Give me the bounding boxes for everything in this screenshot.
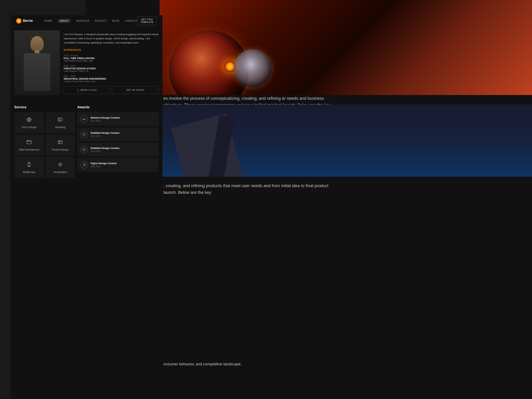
award-info-1: Behance Design Contest 2017-2016 — [91, 116, 120, 122]
service-product[interactable]: Product Design — [45, 135, 75, 156]
svg-point-24 — [83, 148, 86, 151]
award-year-4: 2022-2021 — [91, 165, 117, 168]
main-card: B Berrie HOME ABOUT SERVICES PROJECT BLO… — [10, 15, 162, 399]
get-in-touch-button[interactable]: GET IN TOUCH — [112, 86, 159, 94]
visualization-label: visualization — [54, 171, 67, 173]
service-branding[interactable]: Branding — [45, 112, 75, 133]
exp-year-1: 2022 – Present — [64, 54, 159, 57]
product-icon — [57, 139, 63, 146]
service-webdev[interactable]: Web Development — [14, 135, 44, 156]
award-item-4: Figma Design Contest 2022-2021 — [77, 158, 159, 171]
award-info-4: Figma Design Contest 2022-2021 — [91, 162, 117, 168]
svg-rect-10 — [58, 141, 62, 144]
award-info-3: Dribbble Design Contest 2022-2023 — [91, 147, 120, 152]
product-label: Product Design — [52, 148, 69, 151]
nav-contact[interactable]: CONTACT — [125, 19, 137, 22]
nav-blog[interactable]: BLOG — [112, 19, 120, 22]
exp-role-1: Copr Design Studio, Milan, Italy — [64, 60, 159, 62]
award-year-2: 2017-2016 — [91, 135, 120, 137]
award-name-2: Dribbble Design Contest — [91, 132, 120, 134]
lower-section: Service UI/UX Design — [10, 101, 162, 182]
logo-icon: B — [16, 18, 21, 24]
exp-company-2: CREATIVE DESIGN STUDIO — [64, 67, 159, 70]
svg-point-18 — [60, 164, 61, 165]
svg-point-23 — [83, 133, 86, 136]
figma-logo — [80, 161, 88, 169]
webdev-label: Web Development — [19, 148, 39, 151]
award-year-3: 2022-2023 — [91, 150, 120, 152]
exp-company-3: INDUSTRIAL DESIGN ENGINEERING — [64, 77, 159, 80]
experience-title: EXPERIENCE — [64, 49, 159, 51]
bio-text: I am Cris Rayaan, a Designer passionate … — [64, 32, 159, 45]
get-template-button[interactable]: GET THIS TEMPLATE — [137, 17, 157, 25]
book-call-button[interactable]: 📞 BOOK A CALL — [64, 86, 110, 94]
dribbble-logo-2 — [80, 146, 88, 153]
award-item-2: Dribbble Design Contest 2017-2016 — [77, 127, 159, 141]
exp-role-3: Creative Project Head, Milan, Italy — [64, 80, 159, 82]
svg-point-16 — [29, 166, 29, 166]
branding-label: Branding — [55, 126, 65, 129]
svg-rect-6 — [27, 140, 31, 144]
architecture-image — [160, 104, 532, 177]
exp-year-2: 2022 – 2023 — [64, 65, 159, 67]
exp-item-1: 2022 – Present FULL TIME FREELANCING Cop… — [64, 54, 159, 62]
award-name-3: Dribbble Design Contest — [91, 147, 120, 150]
exp-company-1: FULL TIME FREELANCING — [64, 57, 159, 60]
award-name-4: Figma Design Contest — [91, 162, 117, 165]
branding-icon — [57, 117, 63, 124]
svg-point-9 — [28, 141, 29, 141]
award-info-2: Dribbble Design Contest 2017-2016 — [91, 132, 120, 137]
visualization-icon — [57, 162, 63, 168]
right-panel-text-2: , creating, and refining products that m… — [160, 179, 342, 200]
cosmic-image — [160, 0, 532, 95]
svg-rect-13 — [28, 162, 30, 167]
uiux-icon — [26, 117, 32, 124]
nav-about[interactable]: ABOUT — [57, 19, 71, 23]
mobile-icon — [26, 162, 32, 168]
award-item-1: Bē Behance Design Contest 2017-2016 — [77, 112, 159, 126]
behance-logo: Bē — [80, 115, 88, 123]
exp-item-2: 2022 – 2023 CREATIVE DESIGN STUDIO Lead … — [64, 65, 159, 72]
nav-project[interactable]: PROJECT — [95, 19, 107, 22]
nav-services[interactable]: SERVICES — [76, 19, 89, 22]
services-panel: Service UI/UX Design — [14, 105, 75, 178]
person-body — [24, 53, 50, 91]
profile-photo — [14, 30, 60, 95]
award-year-1: 2017-2016 — [91, 120, 120, 122]
about-content: I am Cris Rayaan, a Designer passionate … — [64, 30, 159, 96]
nav-home[interactable]: HOME — [44, 19, 52, 22]
exp-item-3: 2017 – 2022 INDUSTRIAL DESIGN ENGINEERIN… — [64, 75, 159, 82]
service-uiux[interactable]: UI/UX Design — [14, 112, 44, 133]
awards-panel: Awards Bē Behance Design Contest 2017-20… — [77, 105, 159, 178]
cosmic-sphere-small — [234, 49, 272, 87]
person-head — [30, 36, 44, 51]
services-grid: UI/UX Design Branding — [14, 112, 75, 178]
exp-role-2: Lead Designer, Oxford, UK — [64, 70, 159, 72]
service-visualization[interactable]: visualization — [45, 157, 75, 178]
awards-title: Awards — [77, 105, 159, 109]
about-section: I am Cris Rayaan, a Designer passionate … — [10, 27, 162, 100]
award-name-1: Behance Design Contest — [91, 116, 120, 119]
nav-links: HOME ABOUT SERVICES PROJECT BLOG CONTACT — [44, 19, 137, 23]
dribbble-logo-1 — [80, 131, 88, 138]
logo[interactable]: B Berrie — [16, 18, 33, 24]
service-mobile[interactable]: Mobile App — [14, 157, 44, 178]
exp-year-3: 2017 – 2022 — [64, 75, 159, 77]
right-panel-text-3: onsumer behavior, and competitive landsc… — [160, 357, 342, 371]
mobile-label: Mobile App — [23, 171, 35, 173]
cta-buttons: 📞 BOOK A CALL GET IN TOUCH — [64, 86, 159, 94]
svg-point-8 — [28, 141, 28, 141]
award-item-3: Dribbble Design Contest 2022-2023 — [77, 143, 159, 156]
webdev-icon — [26, 139, 32, 146]
uiux-label: UI/UX Design — [22, 126, 37, 129]
logo-text: Berrie — [23, 19, 33, 23]
navbar: B Berrie HOME ABOUT SERVICES PROJECT BLO… — [10, 15, 162, 27]
services-title: Service — [14, 105, 75, 109]
